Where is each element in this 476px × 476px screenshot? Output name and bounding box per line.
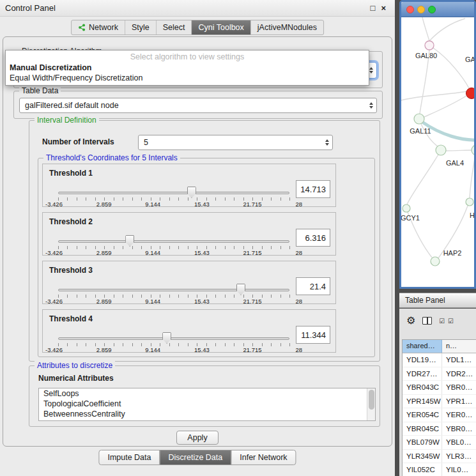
list-item[interactable]: SelfLoops (39, 388, 375, 399)
network-node[interactable] (472, 145, 474, 155)
column-header-shared-name[interactable]: shared… (403, 340, 442, 353)
close-button[interactable] (406, 6, 414, 13)
node-label: H (470, 211, 474, 219)
slider-thumb[interactable] (187, 187, 196, 198)
network-node[interactable] (403, 204, 410, 212)
node-attribute-table: shared… n… YDL19…YDL1… YDR27…YDR2… YBR04… (402, 339, 476, 476)
scale-label: 15.43 (194, 346, 210, 353)
cell[interactable]: YLR3… (442, 450, 476, 463)
network-node[interactable] (436, 145, 446, 155)
tab-label: Network (89, 23, 118, 32)
cell[interactable]: YLR345W (403, 450, 442, 463)
number-of-intervals-value: 5 (144, 138, 323, 147)
scale-label: 9.144 (145, 346, 160, 353)
threshold-value-field[interactable]: 11.344 (296, 326, 330, 344)
slider-track[interactable] (58, 337, 289, 340)
tab-jactivemnodules[interactable]: jActiveMNodules (251, 20, 323, 35)
window-title: Control Panel (0, 3, 56, 13)
table-row[interactable]: YBR045CYBR0… (403, 422, 476, 436)
float-window-icon[interactable]: □ (371, 3, 376, 13)
network-node[interactable] (425, 41, 434, 50)
table-row[interactable]: YLR345WYLR3… (403, 450, 476, 464)
table-panel-title: Table Panel (405, 296, 445, 305)
minimize-button[interactable] (417, 6, 425, 13)
slider-track[interactable] (58, 289, 289, 291)
tab-cyni-toolbox[interactable]: Cyni Toolbox (192, 20, 250, 35)
gear-icon[interactable]: ⚙ (406, 316, 415, 326)
cell[interactable]: YBR0… (442, 422, 476, 436)
threshold-value-field[interactable]: 14.713 (296, 180, 330, 198)
cell[interactable]: YBL0… (442, 436, 476, 449)
threshold-panel: Threshold 2 -3.4262.8599.14415.4321.7152… (42, 212, 336, 256)
table-panel-body: ⚙ ☑ ☑ shared… n… YDL19…YDL1… YDR27…YDR2…… (399, 309, 476, 476)
cell[interactable]: YDR27… (403, 367, 442, 381)
table-data-select-value: galFiltered.sif default node (25, 101, 367, 110)
scale-label: 15.43 (194, 201, 210, 208)
table-row[interactable]: YDL19…YDL1… (403, 353, 476, 367)
cell[interactable]: YDL19… (403, 353, 442, 367)
numerical-attributes-label: Numerical Attributes (38, 374, 114, 383)
cell[interactable]: YPR145W (403, 395, 442, 408)
table-row[interactable]: YER054CYER0… (403, 408, 476, 422)
list-scrollbar[interactable] (367, 388, 375, 420)
cell[interactable]: YBR043C (403, 381, 442, 394)
table-row[interactable]: YIL052CYIL0… (403, 463, 476, 476)
table-panel-titlebar[interactable]: Table Panel (399, 293, 476, 308)
cell[interactable]: YPR1… (442, 395, 476, 408)
cell[interactable]: YER0… (442, 408, 476, 422)
list-item[interactable]: TopologicalCoefficient (39, 399, 375, 409)
cell[interactable]: YBR0… (442, 381, 476, 394)
zoom-button[interactable] (428, 6, 436, 13)
cell[interactable]: YBR045C (403, 422, 442, 436)
scale-label: -3.426 (45, 249, 63, 256)
slider-thumb[interactable] (236, 284, 245, 295)
table-row[interactable]: YBL079WYBL0… (403, 436, 476, 450)
threshold-value-field[interactable]: 6.316 (296, 229, 330, 247)
slider-thumb[interactable] (125, 235, 134, 247)
cell[interactable]: YIL052C (403, 463, 442, 476)
dropdown-option-manual-discretization[interactable]: Manual Discretization (6, 63, 369, 73)
list-item[interactable]: BetweennessCentrality (39, 409, 375, 419)
apply-button[interactable]: Apply (176, 431, 219, 445)
network-node[interactable] (414, 114, 424, 124)
tab-discretize-data[interactable]: Discretize Data (160, 450, 232, 465)
scale-label: 21.715 (243, 346, 262, 353)
cell[interactable]: YBL079W (403, 436, 442, 449)
tab-select[interactable]: Select (157, 20, 192, 35)
threshold-label: Threshold 4 (49, 314, 93, 323)
network-canvas[interactable]: GAL80 GA GAL11 GAL4 GCY1 H HAP2 (401, 17, 474, 287)
number-of-intervals-select[interactable]: 5 (138, 135, 333, 150)
numerical-attributes-list: SelfLoops TopologicalCoefficient Between… (38, 388, 376, 421)
slider-track[interactable] (58, 240, 289, 243)
cell[interactable]: YDL1… (442, 353, 476, 367)
table-data-select[interactable]: galFiltered.sif default node (19, 98, 377, 113)
tab-infer-network[interactable]: Infer Network (231, 450, 296, 465)
selected-network-node[interactable] (466, 88, 475, 99)
node-label: HAP2 (443, 249, 462, 257)
dropdown-option-equal-width[interactable]: Equal Width/Frequency Discretization (6, 73, 369, 83)
table-row[interactable]: YPR145WYPR1… (403, 395, 476, 409)
scale-label: 2.859 (96, 346, 112, 353)
table-row[interactable]: YDR27…YDR2… (403, 367, 476, 381)
columns-icon[interactable] (422, 317, 432, 325)
tab-network[interactable]: Network (72, 20, 125, 35)
network-node[interactable] (431, 257, 440, 266)
cell[interactable]: YER054C (403, 408, 442, 422)
tab-style[interactable]: Style (125, 20, 157, 35)
slider-scale: -3.4262.8599.14415.4321.71528 (45, 298, 302, 305)
network-node[interactable] (466, 198, 473, 206)
network-graph: GAL80 GA GAL11 GAL4 GCY1 H HAP2 (401, 17, 474, 287)
table-row[interactable]: YBR043CYBR0… (403, 381, 476, 395)
slider-thumb[interactable] (162, 332, 171, 344)
threshold-value-field[interactable]: 21.4 (296, 277, 330, 295)
column-header-name[interactable]: n… (442, 340, 476, 353)
group-title: Threshold's Coordinates for 5 Intervals (43, 153, 180, 162)
slider-track[interactable] (58, 192, 289, 194)
tab-impute-data[interactable]: Impute Data (98, 450, 160, 465)
cell[interactable]: YIL0… (442, 463, 476, 476)
cell[interactable]: YDR2… (442, 367, 476, 381)
close-panel-icon[interactable]: × (381, 3, 386, 13)
tab-label: jActiveMNodules (257, 23, 317, 32)
scrollbar-thumb[interactable] (369, 390, 374, 410)
select-columns-icon[interactable]: ☑ ☑ (439, 318, 454, 325)
